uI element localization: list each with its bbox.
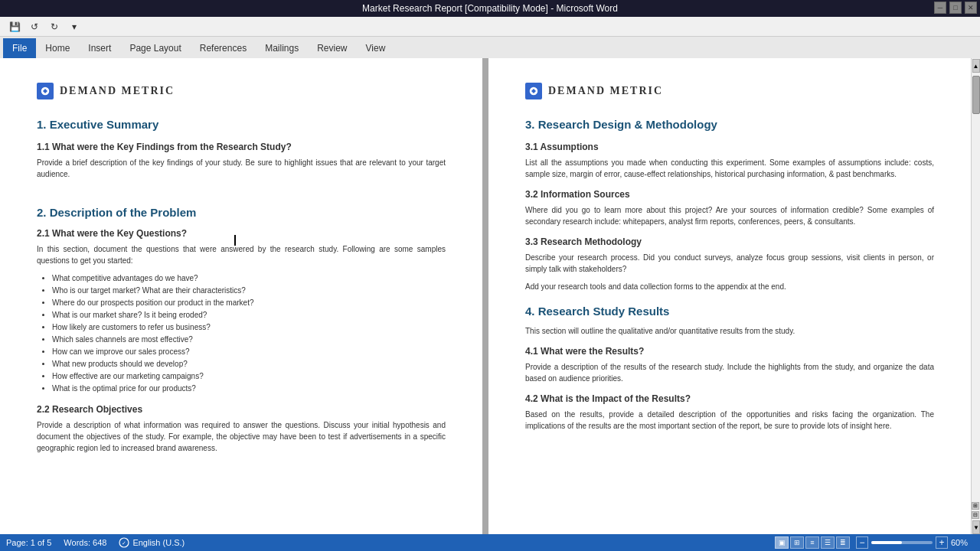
vertical-scrollbar[interactable]: ▲ ▼ ⊞ ⊟ bbox=[971, 58, 980, 534]
outline-view[interactable]: ☰ bbox=[821, 536, 835, 549]
section4-heading: 4. Research Study Results bbox=[525, 305, 934, 318]
section1-1-heading: 1.1 What were the Key Findings from the … bbox=[37, 142, 446, 152]
section2-2-heading: 2.2 Research Objectives bbox=[37, 404, 446, 415]
zoom-in-btn[interactable]: + bbox=[936, 536, 948, 549]
zoom-slider-fill bbox=[871, 541, 902, 544]
tab-review[interactable]: Review bbox=[308, 38, 356, 58]
status-bar: Page: 1 of 5 Words: 648 ✓ English (U.S.)… bbox=[0, 534, 980, 551]
list-item: How can we improve our sales process? bbox=[52, 346, 446, 358]
draft-view[interactable]: ≣ bbox=[836, 536, 850, 549]
section3-1-text: List all the assumptions you made when c… bbox=[525, 157, 934, 180]
zoom-level: 60% bbox=[951, 538, 974, 547]
list-item: How effective are our marketing campaign… bbox=[52, 370, 446, 383]
zoom-out-btn[interactable]: − bbox=[856, 536, 868, 549]
word-count: Words: 648 bbox=[64, 538, 106, 547]
section2-1-text: In this section, document the questions … bbox=[37, 243, 446, 266]
section4-intro: This section will outline the qualitativ… bbox=[525, 325, 934, 337]
section3-3-text: Describe your research process. Did you … bbox=[525, 252, 934, 275]
section1-heading: 1. Executive Summary bbox=[37, 118, 446, 131]
language: English (U.S.) bbox=[132, 538, 185, 547]
tab-file[interactable]: File bbox=[3, 38, 36, 58]
undo-button[interactable]: ↺ bbox=[26, 19, 43, 34]
expand-btn2[interactable]: ⊟ bbox=[972, 511, 979, 519]
tab-mailings[interactable]: Mailings bbox=[256, 38, 308, 58]
pages-container: Demand Metric 1. Executive Summary 1.1 W… bbox=[0, 58, 980, 534]
section4-1-heading: 4.1 What were the Results? bbox=[525, 346, 934, 357]
customize-button[interactable]: ▾ bbox=[66, 19, 83, 34]
view-icons: ▣ ⊞ ≡ ☰ ≣ bbox=[775, 536, 850, 549]
section3-2-heading: 3.2 Information Sources bbox=[525, 189, 934, 200]
section3-3-note: Add your research tools and data collect… bbox=[525, 281, 934, 292]
section4-2-heading: 4.2 What is the Impact of the Results? bbox=[525, 393, 934, 404]
scroll-up-btn[interactable]: ▲ bbox=[972, 59, 980, 73]
minimize-btn[interactable]: ─ bbox=[934, 2, 946, 14]
tab-page-layout[interactable]: Page Layout bbox=[120, 38, 190, 58]
close-btn[interactable]: ✕ bbox=[965, 2, 977, 14]
section3-2-text: Where did you go to learn more about thi… bbox=[525, 204, 934, 227]
expand-btn[interactable]: ⊞ bbox=[972, 502, 979, 510]
section2-1-heading: 2.1 What were the Key Questions? bbox=[37, 228, 446, 239]
full-reading-view[interactable]: ⊞ bbox=[790, 536, 804, 549]
list-item: What competitive advantages do we have? bbox=[52, 272, 446, 285]
left-logo-icon bbox=[37, 83, 54, 99]
print-layout-view[interactable]: ▣ bbox=[775, 536, 789, 549]
section2-heading: 2. Description of the Problem bbox=[37, 206, 446, 219]
section3-1-heading: 3.1 Assumptions bbox=[525, 142, 934, 152]
list-item: Which sales channels are most effective? bbox=[52, 334, 446, 346]
left-page-header: Demand Metric bbox=[37, 83, 446, 106]
zoom-slider[interactable] bbox=[871, 541, 933, 544]
section2-2-text: Provide a description of what informatio… bbox=[37, 419, 446, 454]
text-cursor bbox=[234, 235, 236, 246]
maximize-btn[interactable]: □ bbox=[949, 2, 962, 14]
ribbon: File Home Insert Page Layout References … bbox=[0, 37, 980, 59]
scroll-thumb[interactable] bbox=[972, 76, 980, 114]
section4-1-text: Provide a description of the results of … bbox=[525, 361, 934, 384]
tab-references[interactable]: References bbox=[191, 38, 256, 58]
ribbon-tabs: File Home Insert Page Layout References … bbox=[0, 37, 980, 58]
tab-insert[interactable]: Insert bbox=[79, 38, 120, 58]
section1-1-text: Provide a brief description of the key f… bbox=[37, 157, 446, 180]
title-bar: Market Research Report [Compatibility Mo… bbox=[0, 0, 980, 17]
page-divider bbox=[482, 58, 488, 534]
document-area: Demand Metric 1. Executive Summary 1.1 W… bbox=[0, 58, 980, 534]
right-page: Demand Metric 3. Research Design & Metho… bbox=[488, 58, 971, 534]
right-page-header: Demand Metric bbox=[525, 83, 934, 106]
list-item: What is our market share? Is it being er… bbox=[52, 309, 446, 321]
zoom-controls: − + 60% bbox=[856, 536, 974, 549]
left-page: Demand Metric 1. Executive Summary 1.1 W… bbox=[0, 58, 482, 534]
tab-home[interactable]: Home bbox=[36, 38, 79, 58]
section3-3-heading: 3.3 Research Methodology bbox=[525, 236, 934, 247]
list-item: Who is our target market? What are their… bbox=[52, 285, 446, 297]
left-logo-text: Demand Metric bbox=[60, 85, 175, 97]
scroll-down-btn[interactable]: ▼ bbox=[972, 520, 980, 534]
title-bar-text: Market Research Report [Compatibility Mo… bbox=[362, 3, 618, 14]
bullet-list: What competitive advantages do we have? … bbox=[52, 272, 446, 395]
right-logo-icon bbox=[525, 83, 542, 99]
section4-2-text: Based on the results, provide a detailed… bbox=[525, 409, 934, 432]
svg-text:✓: ✓ bbox=[122, 540, 126, 546]
list-item: What new products should we develop? bbox=[52, 358, 446, 370]
page-info: Page: 1 of 5 bbox=[6, 538, 51, 547]
spell-check-icon: ✓ bbox=[119, 537, 129, 548]
list-item: What is the optimal price for our produc… bbox=[52, 383, 446, 395]
section3-heading: 3. Research Design & Methodology bbox=[525, 118, 934, 131]
quick-access-toolbar: 💾 ↺ ↻ ▾ bbox=[0, 17, 980, 37]
right-logo-text: Demand Metric bbox=[548, 85, 663, 97]
list-item: How likely are customers to refer us bus… bbox=[52, 321, 446, 334]
status-bar-right: ▣ ⊞ ≡ ☰ ≣ − + 60% bbox=[775, 536, 974, 549]
tab-view[interactable]: View bbox=[357, 38, 395, 58]
redo-button[interactable]: ↻ bbox=[46, 19, 63, 34]
web-layout-view[interactable]: ≡ bbox=[805, 536, 819, 549]
save-button[interactable]: 💾 bbox=[6, 19, 23, 34]
list-item: Where do our prospects position our prod… bbox=[52, 297, 446, 309]
